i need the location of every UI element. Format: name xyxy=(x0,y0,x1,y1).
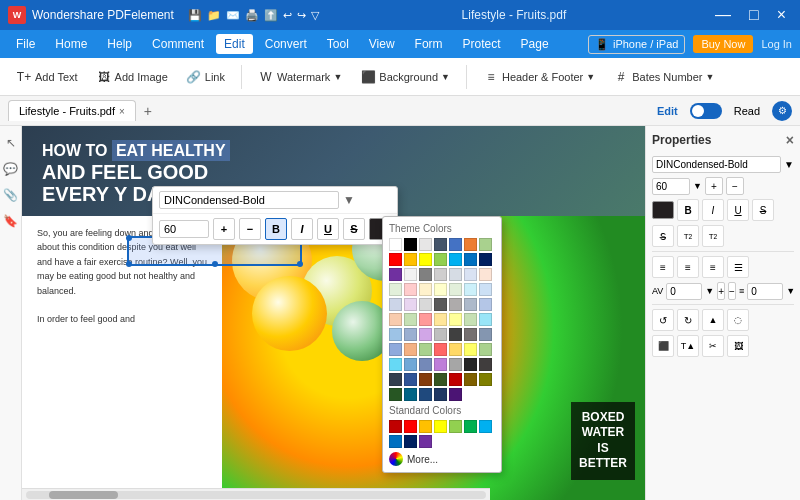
prop-italic-btn[interactable]: I xyxy=(702,199,724,221)
color-cell[interactable] xyxy=(419,268,432,281)
std-color-cell[interactable] xyxy=(464,420,477,433)
menu-protect[interactable]: Protect xyxy=(455,34,509,54)
prop-underline-btn[interactable]: U xyxy=(727,199,749,221)
close-tab-btn[interactable]: × xyxy=(119,106,125,117)
email-icon[interactable]: ✉️ xyxy=(226,9,240,22)
color-cell[interactable] xyxy=(404,358,417,371)
prop-color-swatch[interactable] xyxy=(652,201,674,219)
color-cell[interactable] xyxy=(434,313,447,326)
properties-close-btn[interactable]: × xyxy=(786,132,794,148)
device-selector[interactable]: 📱 iPhone / iPad xyxy=(588,35,685,54)
std-color-cell[interactable] xyxy=(419,420,432,433)
color-cell[interactable] xyxy=(419,343,432,356)
menu-convert[interactable]: Convert xyxy=(257,34,315,54)
prop-strikethrough2-btn[interactable]: S̶ xyxy=(652,225,674,247)
color-cell[interactable] xyxy=(434,373,447,386)
more-colors-btn[interactable]: More... xyxy=(389,452,495,466)
color-cell[interactable] xyxy=(404,253,417,266)
color-cell[interactable] xyxy=(449,283,462,296)
menu-file[interactable]: File xyxy=(8,34,43,54)
prop-sup-btn[interactable]: T2 xyxy=(677,225,699,247)
prop-align-left-btn[interactable]: ≡ xyxy=(652,256,674,278)
color-cell[interactable] xyxy=(434,343,447,356)
properties-panel-toggle[interactable]: ⚙ xyxy=(772,101,792,121)
color-cell[interactable] xyxy=(464,373,477,386)
color-cell[interactable] xyxy=(464,283,477,296)
read-mode-label[interactable]: Read xyxy=(728,103,766,119)
color-cell[interactable] xyxy=(449,358,462,371)
color-cell[interactable] xyxy=(389,328,402,341)
undo-icon[interactable]: ↩ xyxy=(283,9,292,22)
color-cell[interactable] xyxy=(449,238,462,251)
color-cell[interactable] xyxy=(389,388,402,401)
color-cell[interactable] xyxy=(479,298,492,311)
prop-ls-dropdown-arrow[interactable]: ▼ xyxy=(786,286,795,296)
color-cell[interactable] xyxy=(449,253,462,266)
color-cell[interactable] xyxy=(449,313,462,326)
color-cell[interactable] xyxy=(464,358,477,371)
color-cell[interactable] xyxy=(479,358,492,371)
color-cell[interactable] xyxy=(479,373,492,386)
color-cell[interactable] xyxy=(389,343,402,356)
handle-bl[interactable] xyxy=(126,261,132,267)
font-size-decrease-btn[interactable]: − xyxy=(239,218,261,240)
prop-image-btn[interactable]: 🖼 xyxy=(727,335,749,357)
font-size-input[interactable] xyxy=(159,220,209,238)
color-cell[interactable] xyxy=(449,298,462,311)
color-cell[interactable] xyxy=(464,298,477,311)
add-tab-btn[interactable]: + xyxy=(136,99,160,123)
prop-font-size-dropdown-arrow[interactable]: ▼ xyxy=(693,181,702,191)
color-cell[interactable] xyxy=(479,343,492,356)
underline-button[interactable]: U xyxy=(317,218,339,240)
prop-embed-btn[interactable]: ⬛ xyxy=(652,335,674,357)
buy-now-button[interactable]: Buy Now xyxy=(693,35,753,53)
font-dropdown-arrow[interactable]: ▼ xyxy=(343,193,355,207)
bottom-scrollbar[interactable] xyxy=(26,491,486,499)
color-cell[interactable] xyxy=(434,238,447,251)
color-cell[interactable] xyxy=(419,298,432,311)
link-button[interactable]: 🔗 Link xyxy=(178,65,233,89)
handle-bm[interactable] xyxy=(212,261,218,267)
color-cell[interactable] xyxy=(389,358,402,371)
maximize-btn[interactable]: □ xyxy=(743,4,765,26)
handle-tl[interactable] xyxy=(126,235,132,241)
color-cell[interactable] xyxy=(404,238,417,251)
color-cell[interactable] xyxy=(404,373,417,386)
prop-av-input[interactable] xyxy=(666,283,702,300)
color-cell[interactable] xyxy=(479,238,492,251)
color-cell[interactable] xyxy=(419,373,432,386)
share-icon[interactable]: ⬆️ xyxy=(264,9,278,22)
edit-mode-label[interactable]: Edit xyxy=(651,103,684,119)
color-cell[interactable] xyxy=(479,253,492,266)
prop-align-right-btn[interactable]: ≡ xyxy=(702,256,724,278)
add-text-button[interactable]: T+ Add Text xyxy=(8,65,86,89)
redo-icon[interactable]: ↪ xyxy=(297,9,306,22)
color-cell[interactable] xyxy=(419,313,432,326)
color-cell[interactable] xyxy=(404,343,417,356)
color-cell[interactable] xyxy=(389,283,402,296)
font-size-increase-btn[interactable]: + xyxy=(213,218,235,240)
color-cell[interactable] xyxy=(434,253,447,266)
sidebar-attachment-icon[interactable]: 📎 xyxy=(2,186,20,204)
color-cell[interactable] xyxy=(404,268,417,281)
prop-fill-btn[interactable]: ▲ xyxy=(702,309,724,331)
color-cell[interactable] xyxy=(389,298,402,311)
color-cell[interactable] xyxy=(479,283,492,296)
color-cell[interactable] xyxy=(404,328,417,341)
color-cell[interactable] xyxy=(404,313,417,326)
prop-rotate-btn[interactable]: ↻ xyxy=(677,309,699,331)
color-cell[interactable] xyxy=(389,268,402,281)
std-color-cell[interactable] xyxy=(389,420,402,433)
watermark-button[interactable]: W Watermark ▼ xyxy=(250,65,350,89)
color-cell[interactable] xyxy=(419,388,432,401)
prop-bold-btn[interactable]: B xyxy=(677,199,699,221)
prop-av-increase-btn[interactable]: + xyxy=(717,282,725,300)
color-cell[interactable] xyxy=(419,328,432,341)
color-cell[interactable] xyxy=(449,328,462,341)
color-cell[interactable] xyxy=(419,238,432,251)
color-cell[interactable] xyxy=(434,283,447,296)
color-cell[interactable] xyxy=(434,268,447,281)
color-cell[interactable] xyxy=(389,313,402,326)
std-color-cell[interactable] xyxy=(389,435,402,448)
color-cell[interactable] xyxy=(464,268,477,281)
